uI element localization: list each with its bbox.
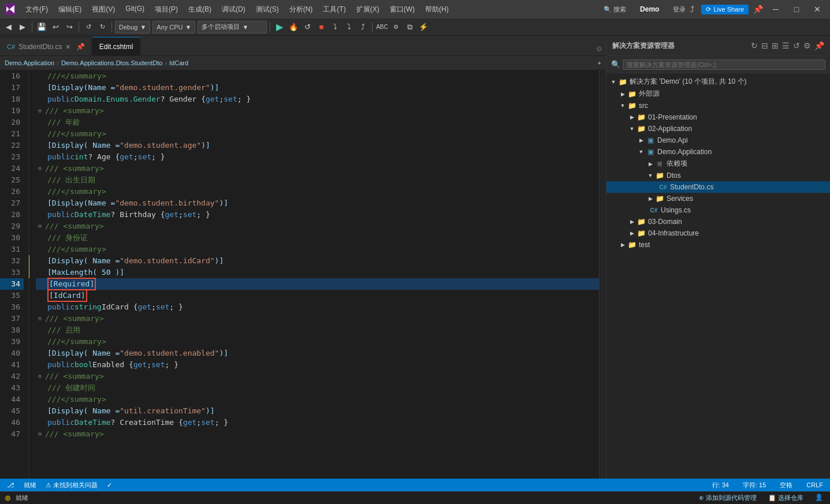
tree-test[interactable]: ▶ 📁 test [606,239,830,251]
share-icon[interactable]: ⤴ [690,5,694,14]
menu-project[interactable]: 项目(P) [150,3,183,16]
code-line-24: ⊖ /// <summary> [36,163,599,174]
restart-button[interactable]: ↺ [301,21,314,33]
solution-root[interactable]: ▼ 📁 解决方案 'Demo' (10 个项目, 共 10 个) [606,76,830,88]
tree-dependencies[interactable]: ▶ 쉦 依赖项 [606,158,830,170]
pin-icon[interactable]: 📌 [753,5,763,14]
git-status[interactable]: ⎇ [5,481,17,489]
debug-config-dropdown[interactable]: Debug ▼ [115,21,150,33]
tree-domain[interactable]: ▶ 📁 03-Domain [606,216,830,227]
minimize-button[interactable]: ─ [768,3,784,15]
run-button[interactable]: ▶ [273,21,286,33]
tab-pin-1[interactable]: 📌 [76,43,85,51]
toolbar-more3[interactable]: ⧉ [403,21,416,33]
menu-debug[interactable]: 调试(D) [217,3,250,16]
menu-tools[interactable]: 工具(T) [318,3,350,16]
toolbar-save[interactable]: 💾 [35,21,48,33]
toolbar-undo2[interactable]: ↺ [82,21,95,33]
hot-reload-button[interactable]: 🔥 [287,21,300,33]
tab-studentdto[interactable]: C# StudentDto.cs × 📌 [0,37,92,55]
code-content[interactable]: ///</summary> [Display(Name = "demo.stud… [29,70,599,479]
status-encoding[interactable]: CRLF [804,481,825,488]
fold-icon-24[interactable]: ⊖ [36,165,44,173]
refresh-icon[interactable]: ↺ [793,41,800,50]
add-source-btn[interactable]: ⊕ 添加到源代码管理 [697,494,759,502]
tree-demo-api[interactable]: ▶ ▣ Demo.Api [606,135,830,146]
startup-dropdown[interactable]: 多个启动项目 ▼ [198,21,267,33]
toolbar-undo[interactable]: ↩ [49,21,62,33]
menu-file[interactable]: 文件(F) [21,3,53,16]
search-button[interactable]: 🔍 搜索 [604,5,626,14]
stop-button[interactable]: ■ [315,21,327,33]
menu-build[interactable]: 生成(B) [184,3,216,16]
fold-icon-47[interactable]: ⊖ [36,430,44,438]
status-check-icon[interactable]: ✓ [105,481,114,489]
tree-infra[interactable]: ▶ 📁 04-Infrastructure [606,227,830,239]
sync-icon[interactable]: ↻ [751,41,758,50]
tree-services[interactable]: ▶ 📁 Services [606,193,830,204]
status-spaces[interactable]: 空格 [777,481,795,490]
fold-icon-29[interactable]: ⊖ [36,222,44,230]
status-col[interactable]: 字符: 15 [740,481,768,490]
breadcrumb-add-icon[interactable]: + [598,59,601,66]
menu-window[interactable]: 窗口(W) [385,3,419,16]
tree-external-sources[interactable]: ▶ 📁 外部源 [606,88,830,100]
status-ready[interactable]: 就绪 [21,481,39,490]
filter-icon[interactable]: ⊟ [761,41,768,50]
fold-icon-37[interactable]: ⊖ [36,315,44,323]
step-over[interactable]: ⤵ [329,21,341,33]
status-row[interactable]: 行: 34 [710,481,731,490]
step-out[interactable]: ⤴ [356,21,369,33]
liveshare-label: Live Share [713,6,744,13]
menu-git[interactable]: Git(G) [121,3,149,16]
view-icon[interactable]: ☰ [782,41,790,50]
tree-demo-application[interactable]: ▼ ▣ Demo.Application [606,146,830,158]
login-button[interactable]: 登录 [673,5,686,14]
collapse-all-icon[interactable]: ⊞ [772,41,779,50]
code-line-28: public DateTime? Birthday { get; set; } [36,209,599,221]
toolbar-more4[interactable]: ⚡ [417,21,430,33]
chevron-down-icon-2: ▼ [185,24,192,31]
breadcrumb-member[interactable]: IdCard [169,59,188,66]
maximize-button[interactable]: □ [788,3,805,15]
toolbar-forward[interactable]: ▶ [16,21,29,33]
menu-test[interactable]: 测试(S) [251,3,284,16]
pin-panel-icon[interactable]: 📌 [814,41,824,50]
warning-text: 未找到相关问题 [53,481,98,488]
status-warning[interactable]: ⚠ 未找到相关问题 [43,481,100,490]
tab-close-1[interactable]: × [65,42,70,51]
tab-edit-cshtml[interactable]: Edit.cshtml [92,37,141,55]
tree-src[interactable]: ▼ 📁 src [606,100,830,111]
liveshare-button[interactable]: ⟳ Live Share [701,5,749,14]
select-repo-btn[interactable]: 📋 选择仓库 [766,494,806,502]
step-into[interactable]: ⤵ [343,21,355,33]
menu-extensions[interactable]: 扩展(X) [352,3,384,16]
tab-settings-icon[interactable]: ⚙ [596,45,602,53]
fold-icon-42[interactable]: ⊖ [36,372,44,380]
toolbar-redo2[interactable]: ↻ [96,21,109,33]
close-button[interactable]: ✕ [809,3,825,15]
user-icon[interactable]: 👤 [813,494,825,502]
test-icon: 📁 [627,240,637,249]
tree-studentdto[interactable]: C# StudentDto.cs [606,181,830,193]
breadcrumb-class[interactable]: Demo.Applications.Dtos.StudentDto [61,59,162,66]
menu-view[interactable]: 视图(V) [87,3,120,16]
settings-icon[interactable]: ⚙ [803,41,811,50]
platform-dropdown[interactable]: Any CPU ▼ [152,21,195,33]
toolbar-more2[interactable]: ⚙ [389,21,402,33]
menu-help[interactable]: 帮助(H) [420,3,453,16]
toolbar-redo[interactable]: ↪ [63,21,76,33]
toolbar-more1[interactable]: ABC [375,21,388,33]
menu-edit[interactable]: 编辑(E) [54,3,86,16]
tree-application[interactable]: ▼ 📁 02-Application [606,123,830,135]
menu-analyze[interactable]: 分析(N) [285,3,318,16]
code-line-38: /// 启用 [36,324,599,336]
fold-icon-19[interactable]: ⊖ [36,107,44,115]
tree-usings[interactable]: C# Usings.cs [606,204,830,216]
toolbar-back[interactable]: ◀ [2,21,15,33]
breadcrumb-project[interactable]: Demo.Application [5,59,54,66]
tree-presentation[interactable]: ▶ 📁 01-Presentation [606,111,830,123]
search-input[interactable] [623,59,825,70]
tree-dtos[interactable]: ▼ 📁 Dtos [606,170,830,181]
startup-label: 多个启动项目 [202,23,240,31]
